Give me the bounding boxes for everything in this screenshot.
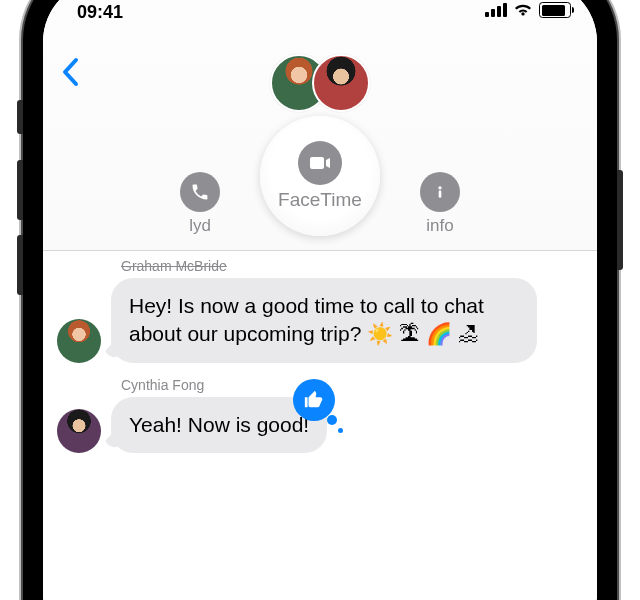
screen: 09:41 lyd	[43, 0, 597, 600]
facetime-label: FaceTime	[278, 189, 362, 211]
info-label: info	[426, 216, 453, 236]
sender-name: Graham McBride	[121, 258, 583, 274]
audio-label: lyd	[189, 216, 211, 236]
info-button[interactable]: info	[420, 172, 460, 236]
avatar[interactable]	[57, 319, 101, 363]
phone-frame: 09:41 lyd	[23, 0, 617, 600]
message-row: Hey! Is now a good time to call to chat …	[57, 278, 583, 363]
facetime-button[interactable]: FaceTime	[260, 116, 380, 236]
status-time: 09:41	[77, 2, 123, 23]
message-row: Yeah! Now is good!	[57, 397, 583, 453]
back-button[interactable]	[59, 56, 95, 92]
avatar	[312, 54, 370, 112]
message-bubble[interactable]: Yeah! Now is good!	[111, 397, 327, 453]
group-avatars[interactable]	[270, 54, 370, 112]
wifi-icon	[513, 3, 533, 17]
battery-icon	[539, 2, 571, 18]
svg-point-0	[438, 186, 441, 189]
thumbs-up-tapback-icon[interactable]	[293, 379, 335, 421]
message-bubble[interactable]: Hey! Is now a good time to call to chat …	[111, 278, 537, 363]
avatar[interactable]	[57, 409, 101, 453]
phone-icon	[180, 172, 220, 212]
conversation-header: lyd FaceTime info	[43, 0, 597, 251]
svg-rect-1	[439, 190, 442, 198]
audio-button[interactable]: lyd	[180, 172, 220, 236]
status-bar: 09:41	[43, 0, 597, 32]
cell-signal-icon	[485, 3, 507, 17]
info-icon	[420, 172, 460, 212]
sender-name: Cynthia Fong	[121, 377, 583, 393]
message-thread[interactable]: Graham McBride Hey! Is now a good time t…	[43, 250, 597, 600]
video-icon	[298, 141, 342, 185]
